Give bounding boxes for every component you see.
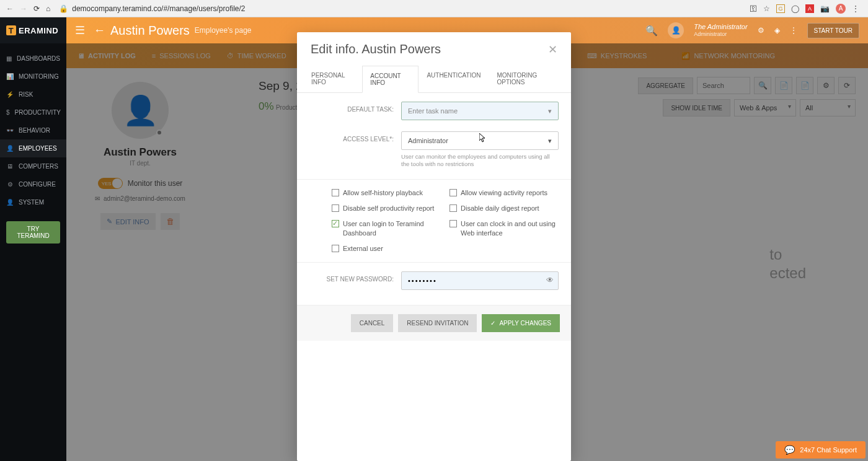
- ext1-icon[interactable]: G: [776, 4, 785, 13]
- check-icon: ✓: [490, 320, 495, 327]
- try-teramind-button[interactable]: TRY TERAMIND: [6, 221, 60, 244]
- edit-info-modal: Edit info. Austin Powers ✕ PERSONAL INFO…: [297, 32, 571, 461]
- nav-reload-icon[interactable]: ⟳: [33, 4, 40, 13]
- checkbox-icon: [332, 245, 339, 252]
- monitor-icon: 🖥: [6, 163, 14, 170]
- divider: [297, 179, 571, 180]
- sidebar-item-risk[interactable]: ⚡RISK: [0, 86, 66, 103]
- profile-chip[interactable]: A: [836, 4, 846, 14]
- lock-icon: 🔒: [59, 4, 68, 13]
- ext4-icon[interactable]: 📷: [820, 4, 830, 13]
- check-disable-productivity[interactable]: Disable self productivity report: [332, 204, 441, 213]
- check-login-dashboard[interactable]: User can login to Teramind Dashboard: [332, 219, 441, 238]
- checkbox-icon: [332, 189, 339, 196]
- user-icon: 👤: [6, 199, 14, 206]
- top-user-role: Administrator: [694, 30, 747, 38]
- url-text: democompany.teramind.co/#/manage/users/p…: [72, 4, 245, 13]
- sidebar-item-computers[interactable]: 🖥COMPUTERS: [0, 157, 66, 175]
- grid-icon: ▦: [6, 55, 12, 62]
- check-disable-digest[interactable]: Disable daily digest report: [450, 204, 559, 213]
- nav-home-icon[interactable]: ⌂: [46, 4, 50, 13]
- chart-icon: 📊: [6, 73, 14, 80]
- default-task-label: DEFAULT TASK:: [309, 102, 401, 113]
- sidebar-item-employees[interactable]: 👤EMPLOYEES: [0, 139, 66, 157]
- dollar-icon: $: [6, 109, 10, 116]
- hamburger-icon[interactable]: ☰: [66, 24, 94, 37]
- star-icon[interactable]: ☆: [763, 4, 770, 13]
- browser-right-icons: ⚿ ☆ G ◯ A 📷 A ⋮: [745, 4, 864, 14]
- password-input[interactable]: [401, 271, 559, 290]
- page-title: Austin Powers: [110, 24, 190, 38]
- top-user-name: The Administrator: [694, 23, 747, 30]
- chevron-down-icon: ▾: [548, 107, 552, 115]
- back-arrow-icon[interactable]: ←: [94, 24, 110, 37]
- access-level-label: ACCESS LEVEL*:: [309, 131, 401, 143]
- divider: [297, 262, 571, 263]
- nav-back-icon[interactable]: ←: [6, 4, 14, 13]
- cog-icon: ⚙: [6, 181, 14, 188]
- sidebar: ▦DASHBOARDS 📊MONITORING ⚡RISK $PRODUCTIV…: [0, 43, 66, 461]
- start-tour-button[interactable]: START TOUR: [807, 23, 859, 38]
- logo-text: ERAMIND: [19, 26, 58, 35]
- top-avatar-icon[interactable]: 👤: [668, 22, 684, 38]
- password-label: SET NEW PASSWORD:: [309, 271, 401, 283]
- browser-chrome: ← → ⟳ ⌂ 🔒 democompany.teramind.co/#/mana…: [0, 0, 868, 17]
- modal-tabs: PERSONAL INFO ACCOUNT INFO AUTHENTICATIO…: [297, 65, 571, 93]
- page-subtitle: Employee's page: [195, 26, 252, 35]
- check-activity-reports[interactable]: Allow viewing activity reports: [450, 188, 559, 198]
- checkbox-icon: [450, 189, 457, 196]
- check-self-history[interactable]: Allow self-history playback: [332, 188, 441, 198]
- access-level-dropdown[interactable]: Administrator ▾: [401, 131, 559, 150]
- address-bar[interactable]: 🔒 democompany.teramind.co/#/manage/users…: [56, 2, 738, 15]
- permission-checks: Allow self-history playback Allow viewin…: [309, 188, 559, 258]
- nav-fwd-icon[interactable]: →: [20, 4, 27, 13]
- ext3-icon[interactable]: A: [805, 4, 814, 13]
- sidebar-item-dashboards[interactable]: ▦DASHBOARDS: [0, 50, 66, 68]
- chevron-down2-icon: ▾: [548, 137, 552, 145]
- modal-tab-account[interactable]: ACCOUNT INFO: [362, 66, 418, 93]
- sidebar-item-system[interactable]: 👤SYSTEM: [0, 193, 66, 211]
- glasses-icon: 👓: [6, 127, 14, 134]
- access-level-help: User can monitor the employees and compu…: [401, 153, 559, 168]
- top-user-block: The Administrator Administrator: [694, 23, 747, 38]
- default-task-value: Enter task name: [408, 107, 458, 115]
- more-icon[interactable]: ⋮: [790, 26, 797, 35]
- search-icon[interactable]: 🔍: [645, 25, 658, 37]
- check-clock-web[interactable]: User can clock in and out using Web inte…: [450, 219, 559, 238]
- default-task-dropdown[interactable]: Enter task name ▾: [401, 102, 559, 120]
- resend-invitation-button[interactable]: RESEND INVITATION: [398, 314, 477, 332]
- modal-tab-auth[interactable]: AUTHENTICATION: [418, 65, 489, 92]
- apply-changes-button[interactable]: ✓APPLY CHANGES: [482, 314, 560, 332]
- sidebar-item-monitoring[interactable]: 📊MONITORING: [0, 68, 66, 86]
- diamond-icon[interactable]: ◈: [774, 26, 780, 35]
- person-icon: 👤: [6, 145, 14, 152]
- check-external-user[interactable]: External user: [332, 244, 441, 253]
- checkbox-icon: [450, 220, 457, 227]
- sidebar-item-productproductivity[interactable]: $PRODUCTIVITY: [0, 103, 66, 121]
- modal-title: Edit info. Austin Powers: [311, 42, 441, 56]
- logo[interactable]: T ERAMIND: [0, 17, 66, 43]
- cancel-button[interactable]: CANCEL: [351, 314, 394, 332]
- modal-tab-monitoring[interactable]: MONITORING OPTIONS: [489, 65, 565, 92]
- access-level-value: Administrator: [408, 137, 448, 144]
- modal-tab-personal[interactable]: PERSONAL INFO: [303, 65, 362, 92]
- chat-support-button[interactable]: 💬 24x7 Chat Support: [776, 441, 866, 459]
- bolt-icon: ⚡: [6, 91, 14, 98]
- key-icon[interactable]: ⚿: [750, 4, 757, 13]
- modal-close-button[interactable]: ✕: [548, 43, 557, 56]
- gear-icon[interactable]: ⚙: [758, 26, 764, 35]
- sidebar-item-behavior[interactable]: 👓BEHAVIOR: [0, 121, 66, 139]
- chat-icon: 💬: [784, 445, 795, 455]
- sidebar-item-configure[interactable]: ⚙CONFIGURE: [0, 175, 66, 193]
- checkbox-icon: [332, 204, 339, 212]
- checkbox-icon: [450, 204, 457, 212]
- logo-mark-icon: T: [6, 25, 16, 35]
- kebab-icon[interactable]: ⋮: [852, 4, 859, 13]
- ext2-icon[interactable]: ◯: [791, 4, 799, 13]
- eye-icon[interactable]: 👁: [546, 276, 554, 284]
- checkbox-checked-icon: [332, 220, 339, 227]
- close-icon: ✕: [548, 43, 557, 56]
